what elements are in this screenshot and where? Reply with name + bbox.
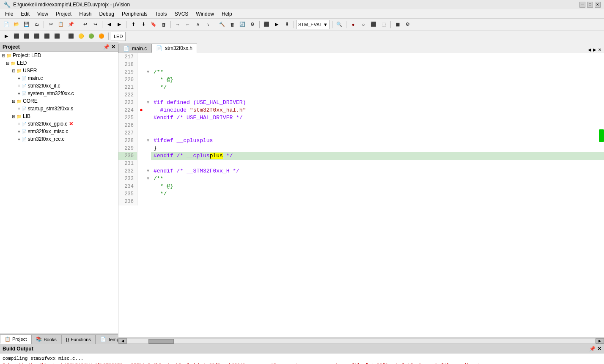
close-panel-icon[interactable]: ✕	[111, 44, 115, 50]
menu-file[interactable]: File	[2, 10, 16, 18]
run-button[interactable]: ▶	[272, 20, 281, 29]
titlebar-controls[interactable]: ─ □ ✕	[579, 2, 601, 8]
tb2-btn9[interactable]: 🟢	[87, 32, 96, 41]
build-header-controls[interactable]: 📌 ✕	[589, 346, 601, 352]
maximize-button[interactable]: □	[587, 2, 593, 8]
tb2-btn10[interactable]: 🟠	[97, 32, 106, 41]
tree-user[interactable]: ⊟ 📁 USER	[0, 67, 118, 74]
save-all-button[interactable]: 🗂	[32, 20, 41, 29]
build-button[interactable]: 🔨	[217, 20, 227, 29]
line-fold-223[interactable]: ▼	[145, 99, 151, 107]
menu-project[interactable]: Project	[52, 10, 75, 18]
open-file-button[interactable]: 📂	[12, 20, 21, 29]
tree-lib[interactable]: ⊟ 📁 LIB	[0, 112, 118, 120]
display-button[interactable]: ▦	[393, 20, 402, 29]
tb2-btn2[interactable]: ⬛	[12, 32, 21, 41]
close-button[interactable]: ✕	[595, 2, 601, 8]
paste-button[interactable]: 📌	[66, 20, 76, 29]
menu-edit[interactable]: Edit	[17, 10, 33, 18]
tab-functions[interactable]: {} Functions	[61, 334, 96, 344]
tree-misc-label: stm32f0xx_misc.c	[28, 129, 68, 134]
tab-templates[interactable]: 📄 Templates	[96, 334, 118, 344]
bookmark-clear-button[interactable]: 🗑	[159, 20, 168, 29]
line-fold-219[interactable]: ▼	[145, 68, 151, 76]
hscroll-track[interactable]	[127, 338, 596, 344]
menu-peripherals[interactable]: Peripherals	[118, 10, 151, 18]
bookmark-toggle-button[interactable]: 🔖	[149, 20, 158, 29]
tab-scroll-left-icon[interactable]: ◀	[587, 47, 592, 53]
menu-debug[interactable]: Debug	[96, 10, 118, 18]
tree-startup[interactable]: + 📄 startup_stm32f0xx.s	[0, 105, 118, 112]
undo-button[interactable]: ↩	[80, 20, 90, 29]
stop-button[interactable]: ⬛	[262, 20, 271, 29]
redo-button[interactable]: ↪	[91, 20, 100, 29]
copy-button[interactable]: 📋	[56, 20, 66, 29]
line-fold-233[interactable]: ▼	[145, 175, 151, 183]
uncomment-button[interactable]: \	[203, 20, 213, 29]
tree-misc-c[interactable]: + 📄 stm32f0xx_misc.c	[0, 128, 118, 135]
menu-tools[interactable]: Tools	[152, 10, 170, 18]
nav-back-button[interactable]: ◀	[104, 20, 114, 29]
debug-stop-button[interactable]: ⬚	[379, 20, 388, 29]
tree-rcc-c[interactable]: + 📄 stm32f0xx_rcc.c	[0, 135, 118, 143]
tb2-btn8[interactable]: 🟡	[77, 32, 86, 41]
build-content[interactable]: compiling stm32f0xx_misc.c... E:\guo\kei…	[0, 353, 604, 364]
tab-project[interactable]: 📋 Project	[0, 334, 31, 344]
build-pin-icon[interactable]: 📌	[589, 346, 596, 352]
search-button[interactable]: 🔍	[335, 20, 344, 29]
hscroll-thumb[interactable]	[148, 339, 174, 344]
outdent-button[interactable]: ←	[183, 20, 192, 29]
tb2-btn5[interactable]: ⬛	[42, 32, 52, 41]
line-fold-228[interactable]: ▼	[145, 137, 151, 145]
tree-root[interactable]: ⊟ 📁 Project: LED	[0, 52, 118, 59]
new-file-button[interactable]: 📄	[2, 20, 11, 29]
pin-icon[interactable]: 📌	[103, 44, 110, 50]
target-dropdown[interactable]: STM_EVAL ▼	[296, 20, 330, 29]
system-icon: 📄	[22, 91, 27, 96]
clean-button[interactable]: 🗑	[228, 20, 237, 29]
batch-build-button[interactable]: ⚙	[248, 20, 257, 29]
tree-gpio-c[interactable]: + 📄 stm32f0xx_gpio.c ✕	[0, 120, 118, 128]
tree-it-c[interactable]: + 📄 stm32f0xx_it.c	[0, 82, 118, 90]
build-close-icon[interactable]: ✕	[597, 346, 601, 352]
menu-window[interactable]: Window	[192, 10, 217, 18]
tab-books[interactable]: 📚 Books	[31, 334, 61, 344]
tree-led[interactable]: ⊟ 📁 LED	[0, 59, 118, 67]
debug-start-button[interactable]: ●	[349, 20, 358, 29]
tree-main-c[interactable]: + 📄 main.c	[0, 74, 118, 82]
cut-button[interactable]: ✂	[46, 20, 55, 29]
tb2-btn7[interactable]: ⬛	[66, 32, 76, 41]
indent-button[interactable]: →	[173, 20, 182, 29]
tree-core[interactable]: ⊟ 📁 CORE	[0, 97, 118, 105]
editor-hscrollbar[interactable]: ◀ ▶	[118, 337, 604, 344]
code-editor[interactable]: 217 218 219 ▼	[118, 53, 604, 337]
menu-svcs[interactable]: SVCS	[171, 10, 192, 18]
download-button[interactable]: ⬇	[282, 20, 291, 29]
comment-button[interactable]: //	[193, 20, 203, 29]
rebuild-button[interactable]: 🔄	[238, 20, 247, 29]
menu-flash[interactable]: Flash	[76, 10, 95, 18]
menu-view[interactable]: View	[34, 10, 52, 18]
minimize-button[interactable]: ─	[579, 2, 585, 8]
debug-run-button[interactable]: ○	[359, 20, 368, 29]
nav-fwd-button[interactable]: ▶	[115, 20, 124, 29]
editor-tab-main-c[interactable]: 📄 main.c	[118, 44, 151, 53]
settings-button[interactable]: ⚙	[403, 20, 412, 29]
tb2-btn3[interactable]: ⬛	[22, 32, 31, 41]
tree-system-c[interactable]: + 📄 system_stm32f0xx.c	[0, 90, 118, 97]
bookmark-next-button[interactable]: ⬇	[139, 20, 148, 29]
editor-tab-stm32h[interactable]: 📄 stm32f0xx.h	[151, 44, 197, 53]
debug-kill-button[interactable]: ⬛	[369, 20, 378, 29]
tb2-btn1[interactable]: ▶	[2, 32, 11, 41]
hscroll-right-btn[interactable]: ▶	[596, 338, 604, 344]
tb2-btn6[interactable]: ⬛	[52, 32, 62, 41]
project-header-icons[interactable]: 📌 ✕	[103, 44, 115, 50]
line-fold-232[interactable]: ▼	[145, 167, 151, 175]
save-button[interactable]: 💾	[22, 20, 31, 29]
tab-scroll-right-icon[interactable]: ▶	[592, 47, 597, 53]
menu-help[interactable]: Help	[218, 10, 236, 18]
tb2-btn4[interactable]: ⬛	[32, 32, 41, 41]
tab-menu-icon[interactable]: ✕	[597, 47, 602, 53]
bookmark-prev-button[interactable]: ⬆	[129, 20, 138, 29]
hscroll-left-btn[interactable]: ◀	[118, 338, 127, 344]
